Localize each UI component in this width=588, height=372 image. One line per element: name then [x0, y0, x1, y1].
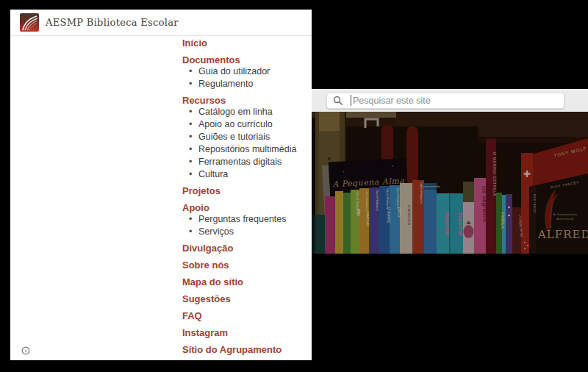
nav-item-mapa-do-sitio[interactable]: Mapa do sítio: [182, 277, 312, 287]
nav-item-sugestoes[interactable]: Sugestões: [182, 294, 312, 304]
search-bar-strip: [312, 89, 588, 112]
library-logo-icon: [20, 13, 39, 32]
nav-subitem-ferramentas-digitais[interactable]: Ferramentas digitais: [182, 157, 312, 167]
text-cursor: [351, 95, 351, 106]
nav-item-sitio-do-agrupamento[interactable]: Sítio do Agrupamento: [182, 345, 312, 355]
page-content: A Pequena Alma: [312, 0, 588, 372]
nav-item-projetos[interactable]: Projetos: [182, 186, 312, 196]
nav-subitem-repositorios-multimedia[interactable]: Repositórios multimédia: [182, 145, 312, 154]
page: AESMP Biblioteca Escolar InícioDocumento…: [0, 0, 588, 372]
site-title: AESMP Biblioteca Escolar: [46, 17, 179, 28]
search-box[interactable]: [326, 93, 564, 109]
nav-item-sobre-nos[interactable]: Sobre nós: [182, 260, 312, 271]
nav-subitem-catalogo-em-linha[interactable]: Catálogo em linha: [182, 107, 312, 117]
nav-subitem-regulamento[interactable]: Regulamento: [182, 79, 312, 89]
nav-item-divulgacao[interactable]: Divulgação: [182, 243, 312, 254]
nav-subitem-cultura[interactable]: Cultura: [182, 170, 312, 179]
site-home-link[interactable]: AESMP Biblioteca Escolar: [10, 10, 312, 36]
nav-item-documentos[interactable]: Documentos: [182, 55, 312, 65]
navigation-drawer: AESMP Biblioteca Escolar InícioDocumento…: [10, 10, 312, 360]
nav-subitem-perguntas-frequentes[interactable]: Perguntas frequentes: [182, 215, 312, 224]
site-navigation: InícioDocumentosGuia do utilizadorRegula…: [182, 38, 312, 355]
info-button[interactable]: [20, 346, 31, 357]
nav-subitem-servicos[interactable]: Serviços: [182, 227, 312, 237]
nav-sublist-documentos: Guia do utilizadorRegulamento: [182, 67, 312, 89]
nav-item-inicio[interactable]: Início: [182, 38, 312, 49]
hero-image: A Pequena Alma: [312, 112, 588, 254]
search-icon: [333, 96, 343, 106]
nav-subitem-guioes-e-tutoriais[interactable]: Guiões e tutoriais: [182, 132, 312, 142]
nav-subitem-apoio-ao-curriculo[interactable]: Apoio ao currículo: [182, 120, 312, 129]
nav-item-instagram[interactable]: Instagram: [182, 328, 312, 338]
search-input[interactable]: [353, 96, 558, 106]
nav-sublist-apoio: Perguntas frequentesServiços: [182, 215, 312, 237]
info-icon: [21, 346, 30, 355]
nav-item-faq[interactable]: FAQ: [182, 311, 312, 321]
nav-item-recursos[interactable]: Recursos: [182, 96, 312, 106]
nav-item-apoio[interactable]: Apoio: [182, 203, 312, 213]
nav-sublist-recursos: Catálogo em linhaApoio ao currículoGuiõe…: [182, 107, 312, 179]
nav-subitem-guia-do-utilizador[interactable]: Guia do utilizador: [182, 67, 312, 76]
